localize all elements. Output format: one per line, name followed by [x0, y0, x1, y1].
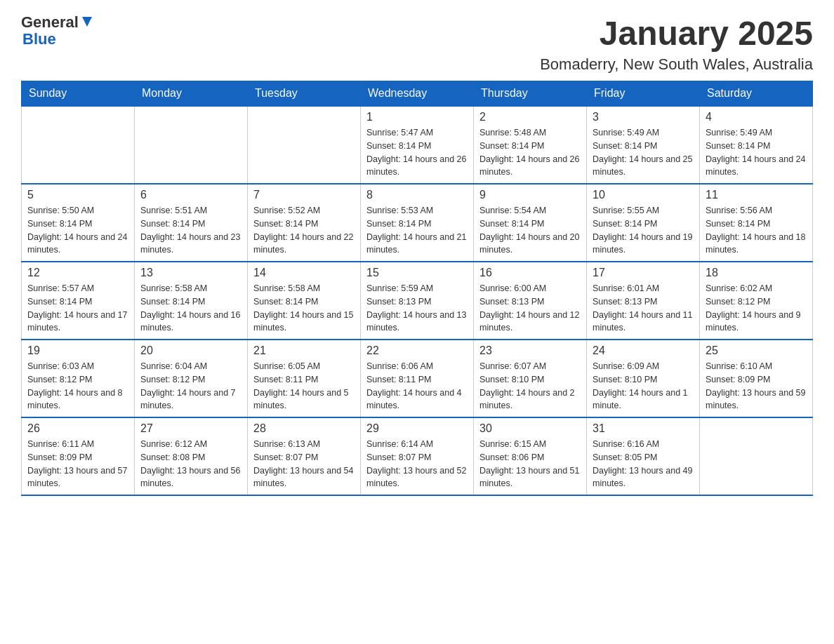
table-row: 14Sunrise: 5:58 AM Sunset: 8:14 PM Dayli…: [248, 262, 361, 340]
day-number: 15: [366, 267, 468, 279]
day-info: Sunrise: 6:14 AM Sunset: 8:07 PM Dayligh…: [366, 438, 468, 490]
day-number: 29: [366, 422, 468, 435]
calendar-week-row: 5Sunrise: 5:50 AM Sunset: 8:14 PM Daylig…: [22, 184, 813, 262]
col-thursday: Thursday: [474, 81, 587, 107]
day-info: Sunrise: 6:09 AM Sunset: 8:10 PM Dayligh…: [593, 360, 694, 412]
table-row: 23Sunrise: 6:07 AM Sunset: 8:10 PM Dayli…: [474, 340, 587, 417]
day-number: 3: [593, 111, 694, 123]
day-number: 10: [593, 189, 694, 201]
day-number: 18: [706, 267, 807, 279]
table-row: [22, 106, 135, 184]
calendar-week-row: 1Sunrise: 5:47 AM Sunset: 8:14 PM Daylig…: [22, 106, 813, 184]
title-block: January 2025 Bomaderry, New South Wales,…: [540, 14, 813, 74]
day-number: 22: [366, 344, 468, 357]
day-number: 30: [479, 422, 581, 435]
table-row: 13Sunrise: 5:58 AM Sunset: 8:14 PM Dayli…: [135, 262, 248, 340]
day-info: Sunrise: 6:07 AM Sunset: 8:10 PM Dayligh…: [479, 360, 581, 412]
table-row: 1Sunrise: 5:47 AM Sunset: 8:14 PM Daylig…: [361, 106, 474, 184]
table-row: 15Sunrise: 5:59 AM Sunset: 8:13 PM Dayli…: [361, 262, 474, 340]
day-number: 5: [27, 189, 128, 201]
svg-marker-0: [82, 17, 92, 27]
day-number: 2: [479, 111, 581, 123]
calendar-week-row: 12Sunrise: 5:57 AM Sunset: 8:14 PM Dayli…: [22, 262, 813, 340]
calendar-week-row: 19Sunrise: 6:03 AM Sunset: 8:12 PM Dayli…: [22, 340, 813, 417]
day-info: Sunrise: 5:54 AM Sunset: 8:14 PM Dayligh…: [479, 204, 581, 257]
table-row: 25Sunrise: 6:10 AM Sunset: 8:09 PM Dayli…: [700, 340, 813, 417]
day-info: Sunrise: 5:55 AM Sunset: 8:14 PM Dayligh…: [593, 204, 694, 257]
day-info: Sunrise: 6:13 AM Sunset: 8:07 PM Dayligh…: [253, 438, 355, 490]
day-info: Sunrise: 6:06 AM Sunset: 8:11 PM Dayligh…: [366, 360, 468, 412]
day-info: Sunrise: 6:12 AM Sunset: 8:08 PM Dayligh…: [140, 438, 241, 490]
day-info: Sunrise: 6:01 AM Sunset: 8:13 PM Dayligh…: [593, 282, 694, 335]
table-row: 9Sunrise: 5:54 AM Sunset: 8:14 PM Daylig…: [474, 184, 587, 262]
table-row: [700, 417, 813, 495]
calendar-week-row: 26Sunrise: 6:11 AM Sunset: 8:09 PM Dayli…: [22, 417, 813, 495]
day-number: 23: [479, 344, 581, 357]
day-number: 31: [593, 422, 694, 435]
day-info: Sunrise: 5:56 AM Sunset: 8:14 PM Dayligh…: [706, 204, 807, 257]
day-info: Sunrise: 5:48 AM Sunset: 8:14 PM Dayligh…: [479, 126, 581, 179]
table-row: 3Sunrise: 5:49 AM Sunset: 8:14 PM Daylig…: [587, 106, 700, 184]
day-info: Sunrise: 5:52 AM Sunset: 8:14 PM Dayligh…: [253, 204, 355, 257]
logo-general: General: [21, 14, 79, 31]
day-info: Sunrise: 5:58 AM Sunset: 8:14 PM Dayligh…: [253, 282, 355, 335]
day-info: Sunrise: 5:50 AM Sunset: 8:14 PM Dayligh…: [27, 204, 128, 257]
day-number: 9: [479, 189, 581, 201]
day-number: 24: [593, 344, 694, 357]
day-info: Sunrise: 6:00 AM Sunset: 8:13 PM Dayligh…: [479, 282, 581, 335]
col-friday: Friday: [587, 81, 700, 107]
table-row: 22Sunrise: 6:06 AM Sunset: 8:11 PM Dayli…: [361, 340, 474, 417]
day-info: Sunrise: 5:51 AM Sunset: 8:14 PM Dayligh…: [140, 204, 241, 257]
table-row: 31Sunrise: 6:16 AM Sunset: 8:05 PM Dayli…: [587, 417, 700, 495]
day-number: 20: [140, 344, 241, 357]
day-number: 17: [593, 267, 694, 279]
table-row: 6Sunrise: 5:51 AM Sunset: 8:14 PM Daylig…: [135, 184, 248, 262]
table-row: 4Sunrise: 5:49 AM Sunset: 8:14 PM Daylig…: [700, 106, 813, 184]
day-info: Sunrise: 5:49 AM Sunset: 8:14 PM Dayligh…: [706, 126, 807, 179]
day-number: 12: [27, 267, 128, 279]
day-info: Sunrise: 6:11 AM Sunset: 8:09 PM Dayligh…: [27, 438, 128, 490]
table-row: 21Sunrise: 6:05 AM Sunset: 8:11 PM Dayli…: [248, 340, 361, 417]
day-number: 26: [27, 422, 128, 435]
table-row: 29Sunrise: 6:14 AM Sunset: 8:07 PM Dayli…: [361, 417, 474, 495]
table-row: 16Sunrise: 6:00 AM Sunset: 8:13 PM Dayli…: [474, 262, 587, 340]
table-row: [135, 106, 248, 184]
col-sunday: Sunday: [22, 81, 135, 107]
day-number: 27: [140, 422, 241, 435]
day-info: Sunrise: 5:53 AM Sunset: 8:14 PM Dayligh…: [366, 204, 468, 257]
day-info: Sunrise: 6:16 AM Sunset: 8:05 PM Dayligh…: [593, 438, 694, 490]
calendar-table: Sunday Monday Tuesday Wednesday Thursday…: [21, 81, 813, 496]
table-row: 28Sunrise: 6:13 AM Sunset: 8:07 PM Dayli…: [248, 417, 361, 495]
table-row: 18Sunrise: 6:02 AM Sunset: 8:12 PM Dayli…: [700, 262, 813, 340]
table-row: 7Sunrise: 5:52 AM Sunset: 8:14 PM Daylig…: [248, 184, 361, 262]
day-info: Sunrise: 6:15 AM Sunset: 8:06 PM Dayligh…: [479, 438, 581, 490]
day-info: Sunrise: 5:58 AM Sunset: 8:14 PM Dayligh…: [140, 282, 241, 335]
day-number: 1: [366, 111, 468, 123]
table-row: 8Sunrise: 5:53 AM Sunset: 8:14 PM Daylig…: [361, 184, 474, 262]
calendar-header-row: Sunday Monday Tuesday Wednesday Thursday…: [22, 81, 813, 107]
day-number: 4: [706, 111, 807, 123]
day-number: 21: [253, 344, 355, 357]
table-row: [248, 106, 361, 184]
day-info: Sunrise: 6:04 AM Sunset: 8:12 PM Dayligh…: [140, 360, 241, 412]
day-info: Sunrise: 5:47 AM Sunset: 8:14 PM Dayligh…: [366, 126, 468, 179]
day-number: 13: [140, 267, 241, 279]
table-row: 11Sunrise: 5:56 AM Sunset: 8:14 PM Dayli…: [700, 184, 813, 262]
table-row: 30Sunrise: 6:15 AM Sunset: 8:06 PM Dayli…: [474, 417, 587, 495]
table-row: 5Sunrise: 5:50 AM Sunset: 8:14 PM Daylig…: [22, 184, 135, 262]
logo-blue: Blue: [22, 31, 95, 48]
logo-triangle-icon: [79, 14, 95, 29]
day-number: 8: [366, 189, 468, 201]
day-info: Sunrise: 6:02 AM Sunset: 8:12 PM Dayligh…: [706, 282, 807, 335]
day-number: 25: [706, 344, 807, 357]
col-wednesday: Wednesday: [361, 81, 474, 107]
table-row: 17Sunrise: 6:01 AM Sunset: 8:13 PM Dayli…: [587, 262, 700, 340]
day-number: 7: [253, 189, 355, 201]
table-row: 12Sunrise: 5:57 AM Sunset: 8:14 PM Dayli…: [22, 262, 135, 340]
day-info: Sunrise: 5:59 AM Sunset: 8:13 PM Dayligh…: [366, 282, 468, 335]
page-header: General Blue January 2025 Bomaderry, New…: [21, 14, 813, 74]
day-number: 16: [479, 267, 581, 279]
day-number: 19: [27, 344, 128, 357]
col-saturday: Saturday: [700, 81, 813, 107]
table-row: 27Sunrise: 6:12 AM Sunset: 8:08 PM Dayli…: [135, 417, 248, 495]
